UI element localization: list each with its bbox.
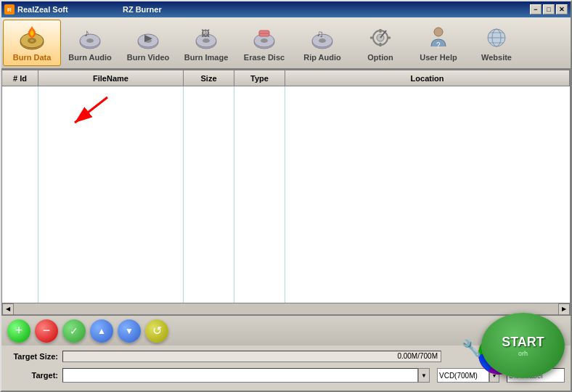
col-divider-4	[285, 86, 285, 303]
start-label: START	[502, 335, 544, 350]
erase-disc-button[interactable]: Erase Disc	[235, 20, 293, 66]
col-divider-3	[234, 86, 234, 303]
target-label: Target:	[7, 371, 58, 380]
user-help-icon: ?	[424, 25, 453, 51]
burn-audio-icon: ♪	[75, 25, 105, 51]
move-down-button[interactable]: ▼	[118, 319, 141, 343]
red-arrow-annotation	[68, 94, 111, 130]
scroll-track[interactable]	[14, 303, 558, 315]
svg-point-6	[86, 38, 94, 43]
svg-text:?: ?	[436, 41, 441, 49]
target-dropdown-arrow[interactable]: ▼	[418, 368, 430, 383]
target-input-group: ▼	[62, 368, 430, 383]
start-sublabel: orh	[518, 350, 528, 357]
svg-point-3	[30, 39, 34, 41]
table-body	[2, 86, 570, 303]
check-button[interactable]: ✓	[62, 319, 86, 343]
table-header: # Id FileName Size Type Location	[2, 70, 570, 86]
col-header-type: Type	[234, 70, 285, 86]
move-up-button[interactable]: ▲	[90, 319, 113, 343]
minimize-button[interactable]: −	[530, 4, 542, 15]
window-title: RZ Burner	[123, 5, 162, 14]
rip-audio-button[interactable]: ♫ Rip Audio	[293, 20, 351, 66]
maximize-button[interactable]: □	[543, 4, 555, 15]
option-button[interactable]: Option	[351, 20, 409, 66]
erase-disc-icon	[250, 25, 279, 51]
svg-rect-30	[387, 36, 391, 38]
add-file-button[interactable]: +	[7, 319, 30, 343]
svg-line-40	[75, 97, 107, 123]
col-divider-2	[183, 86, 184, 303]
burn-audio-button[interactable]: ♪ Burn Audio	[61, 20, 119, 66]
scroll-right-button[interactable]: ▶	[558, 303, 570, 315]
svg-point-32	[434, 28, 443, 36]
close-button[interactable]: ✕	[556, 4, 568, 15]
website-icon	[482, 25, 511, 51]
burn-data-icon	[17, 25, 46, 51]
target-size-row: Target Size: 0.00M/700M	[7, 348, 565, 364]
start-button[interactable]: START orh	[481, 313, 565, 378]
title-bar: R RealZeal Soft RZ Burner − □ ✕	[1, 1, 571, 17]
burn-video-icon	[134, 25, 163, 51]
website-label: Website	[481, 53, 512, 62]
toolbar: Burn Data ♪ Burn Audio	[1, 17, 571, 70]
svg-rect-29	[370, 36, 374, 38]
burn-video-button[interactable]: Burn Video	[119, 20, 177, 66]
option-label: Option	[367, 53, 393, 62]
erase-disc-label: Erase Disc	[244, 53, 285, 62]
option-icon	[366, 25, 395, 51]
burn-data-button[interactable]: Burn Data	[3, 20, 61, 66]
svg-point-14	[203, 38, 210, 43]
window-controls: − □ ✕	[530, 4, 568, 15]
col-header-filename: FileName	[38, 70, 184, 86]
svg-rect-28	[380, 43, 382, 46]
title-bar-left: R RealZeal Soft RZ Burner	[4, 4, 162, 15]
target-size-label: Target Size:	[7, 352, 58, 361]
target-dropdown[interactable]	[62, 368, 418, 383]
burn-image-icon: 🖼	[192, 25, 221, 51]
horizontal-scrollbar[interactable]: ◀ ▶	[2, 303, 570, 314]
app-logo: R	[4, 4, 15, 15]
svg-rect-27	[380, 29, 382, 33]
burn-video-label: Burn Video	[127, 53, 169, 62]
info-bar: Target Size: 0.00M/700M	[1, 346, 571, 391]
scroll-left-button[interactable]: ◀	[2, 303, 14, 315]
svg-text:♫: ♫	[316, 28, 324, 39]
user-help-label: User Help	[420, 53, 457, 62]
col-header-id: # Id	[2, 70, 38, 86]
file-table: # Id FileName Size Type Location	[1, 70, 571, 315]
user-help-button[interactable]: ? User Help	[409, 20, 467, 66]
company-name: RealZeal Soft	[17, 5, 68, 14]
col-header-size: Size	[184, 70, 234, 86]
rip-audio-label: Rip Audio	[303, 53, 341, 62]
right-panel: 🔧 START orh	[449, 335, 565, 378]
col-header-location: Location	[285, 70, 570, 86]
svg-text:♪: ♪	[84, 27, 89, 38]
tools-icon: 🔧	[462, 339, 481, 358]
website-button[interactable]: Website	[467, 20, 526, 66]
remove-file-button[interactable]: −	[35, 319, 58, 343]
svg-point-18	[261, 38, 268, 43]
progress-bar: 0.00M/700M	[62, 351, 441, 362]
svg-text:🖼: 🖼	[201, 28, 210, 38]
burn-audio-label: Burn Audio	[68, 53, 111, 62]
burn-image-button[interactable]: 🖼 Burn Image	[177, 20, 235, 66]
progress-text: 0.00M/700M	[397, 351, 438, 362]
rip-audio-icon: ♫	[308, 25, 337, 51]
burn-image-label: Burn Image	[184, 53, 229, 62]
refresh-button[interactable]: ↺	[145, 319, 168, 343]
burn-data-label: Burn Data	[13, 53, 52, 62]
col-divider-1	[38, 86, 38, 303]
main-window: R RealZeal Soft RZ Burner − □ ✕	[0, 0, 572, 392]
